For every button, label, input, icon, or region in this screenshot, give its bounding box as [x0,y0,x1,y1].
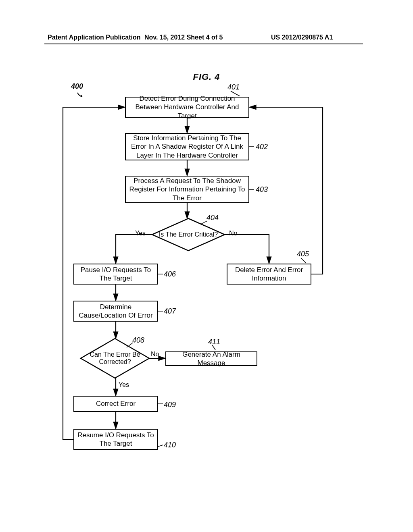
edge-yes-404: Yes [135,230,146,237]
ref-407: 407 [164,307,176,316]
figure-title: FIG. 4 [0,72,413,82]
ref-410: 410 [164,441,176,449]
header-publication: Patent Application Publication [48,34,141,41]
ref-401: 401 [227,83,240,91]
ref-403: 403 [256,185,268,194]
step-detect-error: Detect Error During Connection Between H… [125,97,249,118]
header-rule [44,44,363,44]
step-generate-alarm: Generate An Alarm Message [165,351,257,366]
step-pause-io: Pause I/O Requests To The Target [73,264,158,285]
decision-is-critical-label: Is The Error Critical? [152,218,225,251]
step-resume-io: Resume I/O Requests To The Target [73,429,158,450]
step-correct-error: Correct Error [73,396,158,412]
step-store-info: Store Information Pertaining To The Erro… [125,133,249,160]
header-date-sheet: Nov. 15, 2012 Sheet 4 of 5 [144,34,223,41]
ref-408: 408 [132,336,144,345]
ref-400-arrow-icon [77,92,84,98]
step-determine-cause: Determine Cause/Location Of Error [73,301,158,322]
page: Patent Application Publication Nov. 15, … [0,0,413,532]
ref-406: 406 [164,270,176,278]
step-process-request: Process A Request To The Shadow Register… [125,176,249,203]
ref-402: 402 [256,143,268,151]
header-docnum: US 2012/0290875 A1 [271,34,333,41]
edge-no-404: No [229,230,237,237]
edge-yes-408: Yes [119,381,129,389]
ref-409: 409 [164,401,176,409]
ref-405: 405 [297,250,309,258]
ref-400: 400 [71,82,83,91]
edge-no-408: No [151,351,159,358]
ref-404: 404 [206,214,219,222]
ref-411: 411 [208,338,220,346]
step-delete-error: Delete Error And Error Information [227,264,311,285]
